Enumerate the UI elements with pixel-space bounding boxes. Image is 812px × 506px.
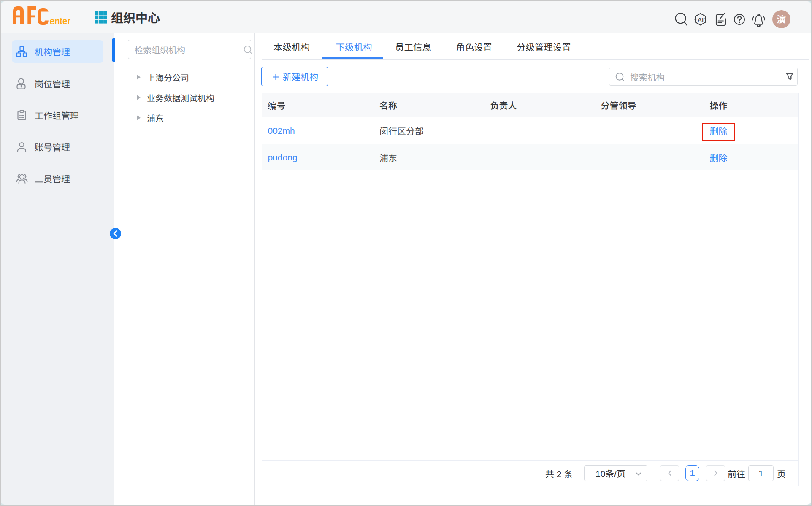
svg-text:enter: enter [50, 15, 71, 27]
